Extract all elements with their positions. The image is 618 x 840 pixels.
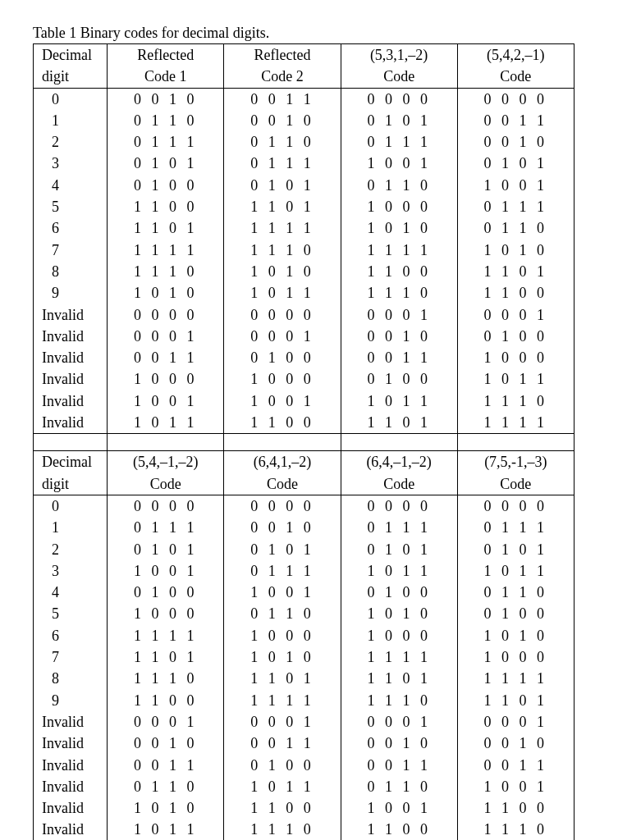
digit-cell: Invalid xyxy=(34,711,108,733)
code-cell: 1 1 0 1 xyxy=(457,690,574,711)
code-cell: 1 0 1 1 xyxy=(341,390,457,412)
code-cell: 0 1 1 1 xyxy=(224,560,341,582)
col-header-digit: Decimal xyxy=(34,451,108,473)
digit-cell: Invalid xyxy=(34,304,108,326)
code-cell: 1 1 0 0 xyxy=(224,412,341,434)
code-cell: 1 0 0 0 xyxy=(341,196,457,217)
code-cell: 0 0 0 0 xyxy=(224,495,341,517)
code-cell: 1 0 0 0 xyxy=(224,625,341,646)
code-cell: 1 1 1 0 xyxy=(108,668,224,689)
code-cell: 1 1 1 0 xyxy=(457,390,574,412)
code-cell: 1 0 1 1 xyxy=(457,560,574,582)
digit-cell: 0 xyxy=(34,495,108,517)
code-cell: 1 0 1 0 xyxy=(224,261,341,282)
col-header-code: Code xyxy=(457,66,574,88)
col-header-code: (5,4,–1,–2) xyxy=(108,451,224,473)
col-header-code: Reflected xyxy=(108,44,224,66)
col-header-code: Code xyxy=(457,473,574,495)
spacer-cell xyxy=(108,434,224,451)
code-cell: 0 0 0 0 xyxy=(108,495,224,517)
code-cell: 0 0 0 0 xyxy=(224,304,341,326)
code-cell: 0 0 0 1 xyxy=(457,711,574,733)
code-cell: 0 0 1 1 xyxy=(457,110,574,131)
code-cell: 0 0 1 0 xyxy=(224,110,341,131)
code-cell: 0 0 1 0 xyxy=(108,88,224,110)
table-caption: Table 1 Binary codes for decimal digits. xyxy=(33,25,585,42)
code-cell: 0 0 0 1 xyxy=(341,711,457,733)
code-cell: 0 0 0 1 xyxy=(457,304,574,326)
code-cell: 1 1 1 1 xyxy=(108,625,224,646)
digit-cell: 0 xyxy=(34,88,108,110)
code-cell: 0 1 1 0 xyxy=(457,582,574,603)
digit-cell: 5 xyxy=(34,196,108,217)
code-cell: 1 0 0 1 xyxy=(108,560,224,582)
code-cell: 1 1 0 0 xyxy=(224,797,341,819)
code-cell: 1 0 1 1 xyxy=(108,819,224,840)
code-cell: 1 0 1 0 xyxy=(341,603,457,624)
code-cell: 1 1 1 0 xyxy=(341,690,457,711)
code-cell: 1 0 1 0 xyxy=(341,217,457,239)
code-cell: 0 1 1 1 xyxy=(457,517,574,538)
code-cell: 0 1 0 1 xyxy=(341,110,457,131)
code-cell: 1 1 0 0 xyxy=(457,797,574,819)
code-cell: 1 0 1 1 xyxy=(341,560,457,582)
code-cell: 1 0 0 0 xyxy=(224,368,341,390)
col-header-code: Code xyxy=(341,473,457,495)
code-cell: 0 1 1 0 xyxy=(108,776,224,797)
code-cell: 0 1 0 0 xyxy=(108,175,224,196)
code-cell: 0 0 0 1 xyxy=(224,326,341,347)
digit-cell: Invalid xyxy=(34,347,108,368)
col-header-code: (5,3,1,–2) xyxy=(341,44,457,66)
digit-cell: 8 xyxy=(34,261,108,282)
code-cell: 1 1 0 1 xyxy=(108,646,224,668)
digit-cell: 5 xyxy=(34,603,108,624)
code-cell: 1 0 0 1 xyxy=(341,153,457,174)
code-cell: 0 1 0 0 xyxy=(341,368,457,390)
digit-cell: Invalid xyxy=(34,776,108,797)
code-cell: 0 1 1 0 xyxy=(224,131,341,153)
code-cell: 0 1 1 1 xyxy=(341,131,457,153)
digit-cell: 6 xyxy=(34,217,108,239)
code-cell: 1 1 1 0 xyxy=(457,819,574,840)
code-cell: 1 1 0 1 xyxy=(224,668,341,689)
code-cell: 1 0 1 1 xyxy=(108,412,224,434)
code-cell: 1 0 0 0 xyxy=(108,603,224,624)
col-header-code: Code xyxy=(341,66,457,88)
code-cell: 0 1 0 1 xyxy=(341,539,457,560)
code-cell: 1 1 1 1 xyxy=(457,668,574,689)
spacer-cell xyxy=(457,434,574,451)
digit-cell: 1 xyxy=(34,517,108,538)
code-cell: 1 0 1 0 xyxy=(457,625,574,646)
digit-cell: 3 xyxy=(34,153,108,174)
code-cell: 0 0 0 0 xyxy=(341,88,457,110)
code-cell: 0 0 0 0 xyxy=(341,495,457,517)
digit-cell: 1 xyxy=(34,110,108,131)
digit-cell: Invalid xyxy=(34,797,108,819)
code-cell: 0 0 1 1 xyxy=(341,347,457,368)
code-cell: 0 1 0 1 xyxy=(108,539,224,560)
spacer-cell xyxy=(341,434,457,451)
code-cell: 1 0 1 0 xyxy=(457,240,574,261)
code-cell: 1 1 1 0 xyxy=(224,819,341,840)
code-cell: 0 0 0 1 xyxy=(224,711,341,733)
code-cell: 0 0 1 1 xyxy=(224,88,341,110)
code-cell: 1 0 0 1 xyxy=(224,390,341,412)
code-cell: 1 1 1 1 xyxy=(341,646,457,668)
code-cell: 0 0 0 1 xyxy=(108,326,224,347)
code-cell: 0 0 0 0 xyxy=(108,304,224,326)
col-header-code: Code 1 xyxy=(108,66,224,88)
code-cell: 0 1 0 0 xyxy=(224,755,341,776)
digit-cell: Invalid xyxy=(34,755,108,776)
code-cell: 1 1 0 1 xyxy=(341,412,457,434)
code-cell: 1 0 0 1 xyxy=(457,776,574,797)
code-cell: 0 1 1 0 xyxy=(108,110,224,131)
code-cell: 1 0 1 1 xyxy=(224,282,341,304)
digit-cell: Invalid xyxy=(34,819,108,840)
code-cell: 0 0 1 0 xyxy=(341,326,457,347)
code-cell: 0 1 1 0 xyxy=(457,217,574,239)
code-cell: 1 1 0 1 xyxy=(224,196,341,217)
col-header-code: Code xyxy=(108,473,224,495)
code-cell: 1 1 0 0 xyxy=(457,282,574,304)
code-cell: 0 0 1 1 xyxy=(457,755,574,776)
code-cell: 0 1 0 1 xyxy=(108,153,224,174)
